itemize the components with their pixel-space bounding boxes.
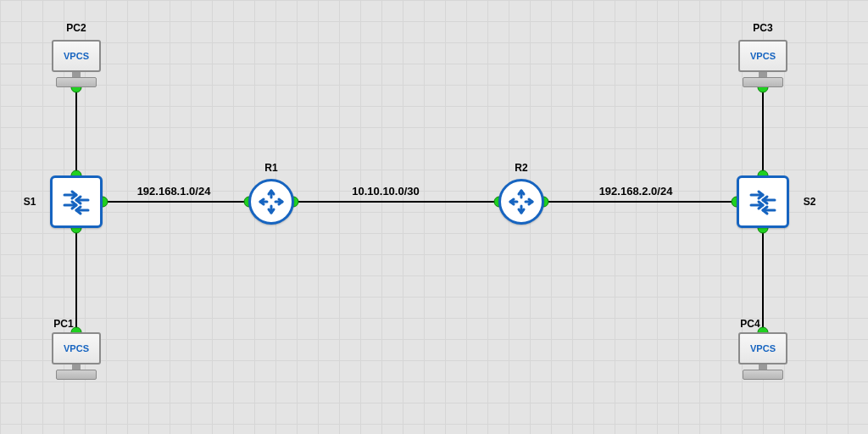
- vpcs-monitor: VPCS: [52, 332, 101, 364]
- vpcs-monitor: VPCS: [738, 332, 787, 364]
- router-icon: [257, 187, 286, 216]
- node-label-s1: S1: [24, 196, 36, 208]
- node-r2[interactable]: [498, 179, 544, 225]
- topology-canvas[interactable]: 192.168.1.0/2410.10.10.0/30192.168.2.0/2…: [0, 0, 868, 434]
- node-pc2[interactable]: VPCS: [51, 40, 102, 87]
- vpcs-screen-text: VPCS: [750, 343, 776, 353]
- node-s1[interactable]: [50, 175, 103, 228]
- switch-icon: [746, 185, 780, 219]
- link-label-s1-r1: 192.168.1.0/24: [137, 185, 211, 198]
- node-label-r2: R2: [515, 162, 527, 174]
- node-label-s2: S2: [804, 196, 816, 208]
- switch-icon: [59, 185, 93, 219]
- vpcs-monitor: VPCS: [738, 40, 787, 72]
- node-r1[interactable]: [248, 179, 294, 225]
- node-label-pc2: PC2: [66, 22, 86, 34]
- vpcs-screen-text: VPCS: [64, 51, 89, 61]
- node-pc1[interactable]: VPCS: [51, 332, 102, 380]
- router-icon: [507, 187, 536, 216]
- node-label-pc4: PC4: [740, 318, 760, 330]
- node-label-pc1: PC1: [53, 318, 73, 330]
- node-pc3[interactable]: VPCS: [737, 40, 788, 87]
- node-label-pc3: PC3: [753, 22, 772, 34]
- vpcs-monitor: VPCS: [52, 40, 101, 72]
- vpcs-screen-text: VPCS: [64, 343, 89, 353]
- link-label-r1-r2: 10.10.10.0/30: [352, 185, 420, 198]
- node-s2[interactable]: [737, 175, 789, 228]
- node-pc4[interactable]: VPCS: [737, 332, 788, 380]
- vpcs-screen-text: VPCS: [750, 51, 776, 61]
- link-label-r2-s2: 192.168.2.0/24: [599, 185, 673, 198]
- node-label-r1: R1: [264, 162, 277, 174]
